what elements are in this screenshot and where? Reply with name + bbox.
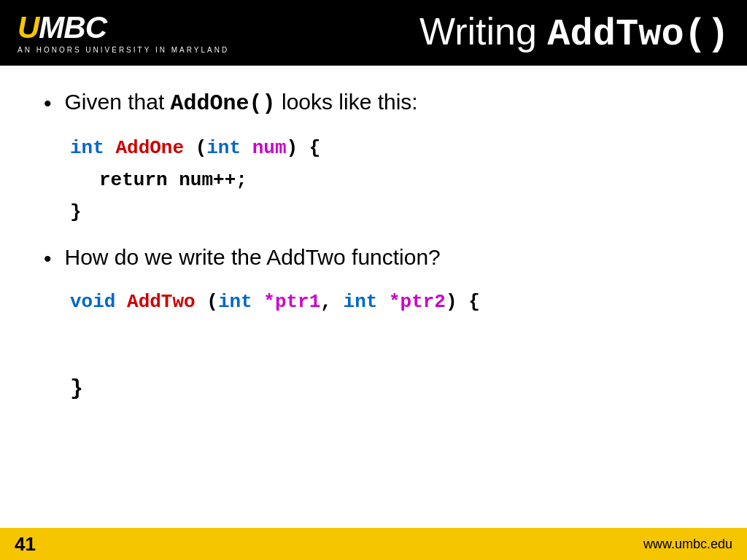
code2-closing-brace: } xyxy=(70,376,703,401)
code2-close1: ) { xyxy=(446,291,480,313)
code1-int2: int xyxy=(206,137,241,159)
code2-ptr2: *ptr2 xyxy=(377,291,446,313)
code1-paren1: ( xyxy=(196,137,207,159)
bullet-text-1: Given that AddOne() looks like this: xyxy=(65,88,418,119)
code2-int2: int xyxy=(332,291,377,313)
footer: 41 www.umbc.edu xyxy=(0,528,747,560)
main-content: • Given that AddOne() looks like this: i… xyxy=(0,66,747,528)
code2-line1: void AddTwo (int *ptr1, int *ptr2) { xyxy=(70,286,703,318)
umbc-logo: UMBC xyxy=(18,12,229,43)
bullet1-before: Given that xyxy=(65,90,171,114)
code1-close1: ) { xyxy=(287,137,321,159)
code1-num: num xyxy=(241,137,286,159)
code1-int1: int xyxy=(70,137,104,159)
footer-url: www.umbc.edu xyxy=(643,537,732,552)
code1-line1: int AddOne (int num) { xyxy=(70,132,703,164)
page-number: 41 xyxy=(15,533,36,556)
bullet1-after: looks like this: xyxy=(276,90,418,114)
code-block-2: void AddTwo (int *ptr1, int *ptr2) { xyxy=(70,286,703,318)
code2-addtwo: AddTwo xyxy=(127,291,196,313)
bullet-item-1: • Given that AddOne() looks like this: xyxy=(44,88,703,119)
code2-ptr1: *ptr1 xyxy=(252,291,321,313)
logo-u-letter: U xyxy=(18,10,39,44)
bullet-dot-2: • xyxy=(44,244,52,273)
code1-close-brace: } xyxy=(70,201,82,223)
title-code: AddTwo() xyxy=(547,13,729,56)
slide-title: Writing AddTwo() xyxy=(419,9,729,56)
title-normal: Writing xyxy=(419,10,547,52)
code-block-1: int AddOne (int num) { return num++; } xyxy=(70,132,703,229)
code1-line3: } xyxy=(70,196,703,228)
code2-paren1: ( xyxy=(206,291,218,313)
code1-addone: AddOne xyxy=(115,137,184,159)
code1-line2: return num++; xyxy=(70,164,703,196)
bullet-text-2: How do we write the AddTwo function? xyxy=(65,243,441,273)
logo-area: UMBC AN HONORS UNIVERSITY IN MARYLAND xyxy=(18,12,229,54)
bullet-dot-1: • xyxy=(44,89,52,117)
code2-comma: , xyxy=(320,291,332,313)
code1-return: return num++; xyxy=(99,169,247,191)
code2-int1: int xyxy=(218,291,252,313)
code2-void: void xyxy=(70,291,115,313)
bullet1-code: AddOne() xyxy=(171,91,276,116)
header: UMBC AN HONORS UNIVERSITY IN MARYLAND Wr… xyxy=(0,0,747,66)
bullet-item-2: • How do we write the AddTwo function? xyxy=(44,243,703,273)
logo-subtitle: AN HONORS UNIVERSITY IN MARYLAND xyxy=(18,46,229,54)
